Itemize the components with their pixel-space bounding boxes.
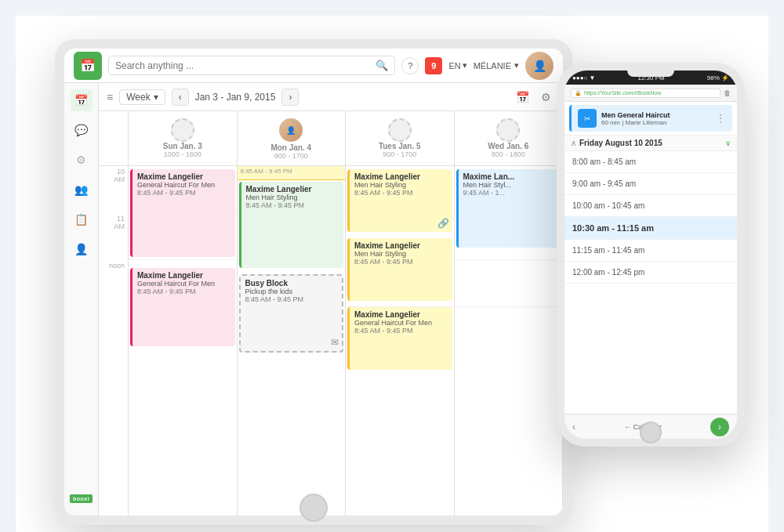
phone-battery: 98% ⚡ (707, 74, 729, 81)
date-section-arrow[interactable]: ∨ (725, 139, 731, 147)
appt-card-icon: ✂ (578, 109, 597, 128)
main-layout: 📅 💬 ⚙ 👥 📋 👤 booxi ≡ W (64, 83, 563, 516)
day-header-tues: Tues Jan. 5 900 - 1700 (346, 111, 455, 165)
calendar-toolbar: ≡ Week ▾ ‹ Jan 3 - Jan 9, 2015 › (99, 83, 563, 111)
sidebar-item-reports[interactable]: 📋 (71, 208, 93, 230)
menu-icon[interactable]: ≡ (107, 91, 113, 103)
sidebar: 📅 💬 ⚙ 👥 📋 👤 booxi (64, 83, 99, 516)
prev-button[interactable]: ‹ (172, 89, 189, 106)
time-slot-label: 12:00 am - 12:45 pm (572, 268, 644, 277)
appt-more-icon[interactable]: ⋮ (715, 112, 726, 125)
phone-home-button[interactable] (640, 422, 662, 443)
next-button[interactable]: › (710, 418, 729, 436)
day-name-mon: Mon Jan. 4 (270, 143, 311, 152)
calendar-area: ≡ Week ▾ ‹ Jan 3 - Jan 9, 2015 › (99, 83, 563, 516)
next-button[interactable]: › (281, 89, 299, 106)
user-avatar: 👤 (525, 52, 554, 80)
phone-signal: ●●●○ ▼ (572, 74, 595, 81)
day-col-wed: Maxime Lan... Men Hair Styl... 9:45 AM -… (455, 166, 564, 516)
appt-title: Men General Haircut (601, 111, 710, 119)
phone: ●●●○ ▼ 12:30 PM 98% ⚡ 🔒 https://YourSite… (557, 63, 745, 447)
time-slot-label: 10:00 am - 10:45 am (572, 201, 644, 210)
tablet-home-button[interactable] (299, 494, 328, 522)
day-header-mon: 👤 Mon Jan. 4 900 - 1700 (238, 111, 347, 165)
staff-avatar-mon: 👤 (279, 118, 303, 142)
event-wed-1[interactable]: Maxime Lan... Men Hair Styl... 9:45 AM -… (456, 169, 561, 248)
date-section-label: Friday August 10 2015 (579, 139, 725, 147)
time-slot-label-highlighted: 10:30 am - 11:15 am (572, 223, 654, 233)
date-range-label: Jan 3 - Jan 9, 2015 (195, 92, 276, 103)
phone-screen: ●●●○ ▼ 12:30 PM 98% ⚡ 🔒 https://YourSite… (564, 71, 737, 439)
view-selector[interactable]: Week ▾ (119, 89, 165, 105)
search-bar[interactable]: 🔍 (108, 56, 395, 75)
time-slots-list: 8:00 am - 8:45 am 9:00 am - 9:45 am 10:0… (564, 151, 737, 414)
notification-badge[interactable]: 9 (425, 57, 442, 74)
time-slot-item[interactable]: 10:00 am - 10:45 am (564, 195, 737, 217)
trash-icon[interactable]: 🗑 (724, 89, 731, 97)
sidebar-item-team[interactable]: 👥 (71, 179, 93, 201)
day-name-tues: Tues Jan. 5 (379, 142, 421, 150)
days-container: Maxime Langelier General Haircut For Men… (129, 166, 563, 516)
url-text: https://YourSite.com/#BookNow (584, 90, 661, 96)
time-slot-noon: noon (99, 260, 128, 307)
phone-url[interactable]: 🔒 https://YourSite.com/#BookNow (571, 89, 720, 98)
user-menu[interactable]: MÉLANIE ▾ (474, 60, 519, 71)
day-header-wed: Wed Jan. 6 800 - 1800 (455, 111, 564, 165)
day-time-wed: 800 - 1800 (492, 150, 525, 158)
date-section: ∧ Friday August 10 2015 ∨ (564, 135, 737, 151)
sidebar-bottom: booxi (70, 494, 93, 509)
tues-event-icon: 🔗 (437, 218, 449, 229)
event-tues-3[interactable]: Maxime Langelier General Haircut For Men… (347, 307, 452, 370)
time-slot-item[interactable]: 8:00 am - 8:45 am (564, 151, 737, 173)
staff-avatar-placeholder-wed (496, 118, 520, 142)
tablet: 📅 🔍 ? 9 EN ▾ MÉLANIE ▾ (55, 39, 572, 525)
logo-icon: 📅 (74, 52, 102, 80)
chevron-icon: ∧ (571, 139, 576, 147)
back-button[interactable]: ‹ (572, 422, 575, 432)
staff-avatar-placeholder (171, 118, 194, 142)
settings-icon[interactable]: ⚙ (536, 88, 555, 107)
time-slot-item[interactable]: 11:15 am - 11:45 am (564, 240, 737, 262)
appointment-card: ✂ Men General Haircut 60 min | Marie Lit… (569, 105, 732, 132)
sidebar-item-profile[interactable]: 👤 (71, 238, 93, 260)
day-col-mon: 8:45 AM - 9:45 PM Maxime Langelier Men H… (238, 166, 347, 516)
booxi-tag: booxi (70, 494, 93, 503)
event-busy-block[interactable]: Busy Block Pickup the kids 8:45 AM - 9:4… (239, 274, 344, 353)
time-slot-label: 9:00 am - 9:45 am (572, 179, 636, 188)
time-slot-label: 11:15 am - 11:45 am (572, 246, 644, 255)
event-sun-2[interactable]: Maxime Langelier General Haircut For Men… (130, 268, 235, 346)
appt-card-info: Men General Haircut 60 min | Marie Litie… (601, 111, 710, 126)
event-sun-1[interactable]: Maxime Langelier General Haircut For Men… (130, 169, 235, 257)
calendar-view-icon[interactable]: 📅 (513, 88, 532, 107)
busy-block-icon: ✉ (331, 337, 339, 348)
time-slot-label: 8:00 am - 8:45 am (572, 157, 636, 166)
time-slot-item-highlighted[interactable]: 10:30 am - 11:15 am (564, 217, 737, 240)
sidebar-item-messages[interactable]: 💬 (71, 119, 93, 141)
language-selector[interactable]: EN ▾ (448, 60, 466, 71)
help-button[interactable]: ? (401, 57, 419, 74)
calendar-body: 10 AM 11 AM (99, 166, 563, 516)
time-column: 10 AM 11 AM (99, 166, 129, 516)
time-gutter-header (99, 111, 129, 165)
day-time-sun: 1000 - 1600 (164, 150, 201, 158)
time-slot-item[interactable]: 12:00 am - 12:45 pm (564, 262, 737, 284)
time-slot-item[interactable]: 9:00 am - 9:45 am (564, 173, 737, 195)
calendar-grid: Sun Jan. 3 1000 - 1600 👤 Mon Jan. 4 900 … (99, 111, 563, 516)
day-header-sun: Sun Jan. 3 1000 - 1600 (129, 111, 238, 165)
sidebar-item-settings[interactable]: ⚙ (71, 149, 93, 171)
cal-actions: 📅 ⚙ (513, 88, 555, 107)
day-name-sun: Sun Jan. 3 (163, 142, 202, 150)
event-tues-2[interactable]: Maxime Langelier Men Hair Styling 8:45 A… (347, 238, 452, 301)
lock-icon: 🔒 (575, 90, 582, 96)
event-mon-1[interactable]: Maxime Langelier Men Hair Styling 8:45 A… (239, 182, 344, 268)
time-slot-11am: 11 AM (99, 213, 128, 260)
event-tues-1[interactable]: Maxime Langelier Men Hair Styling 8:45 A… (347, 169, 452, 232)
phone-notch (627, 71, 674, 77)
phone-browser-bar: 🔒 https://YourSite.com/#BookNow 🗑 (564, 85, 737, 102)
tablet-screen: 📅 🔍 ? 9 EN ▾ MÉLANIE ▾ (64, 49, 563, 516)
scene: 📅 🔍 ? 9 EN ▾ MÉLANIE ▾ (16, 16, 768, 532)
search-input[interactable] (115, 60, 371, 71)
day-name-wed: Wed Jan. 6 (488, 142, 528, 150)
sidebar-item-calendar[interactable]: 📅 (71, 89, 93, 111)
time-slot-10am: 10 AM (99, 166, 128, 213)
